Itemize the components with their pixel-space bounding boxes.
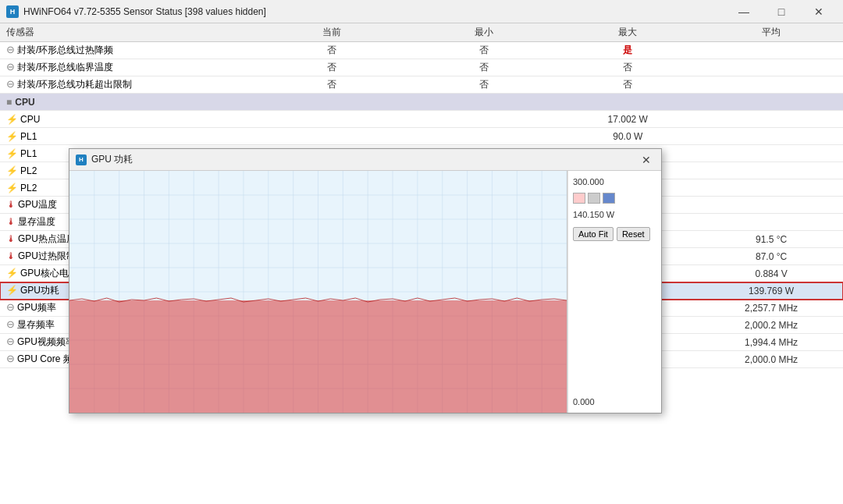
sensor-name: ⊖封装/环形总线功耗超出限制 bbox=[0, 76, 251, 94]
sensor-avg: 1,994.4 MHz bbox=[699, 334, 843, 351]
popup-title: GPU 功耗 bbox=[91, 153, 133, 166]
title-bar: H HWiNFO64 v7.72-5355 Sensor Status [398… bbox=[0, 0, 843, 23]
col-header-avg: 平均 bbox=[699, 23, 843, 42]
autofit-button[interactable]: Auto Fit bbox=[573, 227, 614, 241]
sensor-avg bbox=[699, 128, 843, 145]
sensor-avg: 2,257.7 MHz bbox=[699, 300, 843, 317]
col-header-sensor: 传感器 bbox=[0, 23, 251, 42]
popup-title-left: H GPU 功耗 bbox=[76, 153, 133, 166]
chart-max-label: 300.000 bbox=[573, 177, 656, 186]
title-bar-left: H HWiNFO64 v7.72-5355 Sensor Status [398… bbox=[6, 5, 266, 18]
sensor-min: 否 bbox=[412, 76, 556, 94]
svg-rect-30 bbox=[69, 300, 567, 413]
restore-button[interactable]: □ bbox=[763, 0, 799, 23]
popup-app-icon: H bbox=[76, 154, 87, 165]
sensor-min: 否 bbox=[412, 42, 556, 59]
sensor-avg bbox=[699, 197, 843, 214]
sensor-avg: 0.884 V bbox=[699, 265, 843, 282]
sensor-avg bbox=[699, 42, 843, 59]
sensor-name: ⊖封装/环形总线过热降频 bbox=[0, 42, 251, 59]
sensor-avg: 139.769 W bbox=[699, 282, 843, 300]
chart-area bbox=[69, 171, 567, 413]
col-header-min: 最小 bbox=[412, 23, 556, 42]
sensor-avg: 2,000.0 MHz bbox=[699, 351, 843, 368]
table-row: ⚡CPU17.002 W bbox=[0, 111, 843, 128]
sensor-current bbox=[251, 111, 413, 128]
sensor-min bbox=[412, 128, 556, 145]
chart-mid-label: 140.150 W bbox=[573, 210, 656, 219]
sensor-min: 否 bbox=[412, 59, 556, 76]
sensor-current: 否 bbox=[251, 59, 413, 76]
sensor-avg bbox=[699, 179, 843, 197]
window-controls: — □ ✕ bbox=[726, 0, 837, 23]
chart-btn-row: Auto Fit Reset bbox=[573, 227, 656, 241]
chart-svg bbox=[69, 171, 567, 413]
close-button[interactable]: ✕ bbox=[801, 0, 837, 23]
app-icon: H bbox=[6, 5, 19, 18]
popup-body: 300.000 140.150 W Auto Fit Reset 0.000 bbox=[69, 171, 661, 413]
sensor-name: ⚡CPU bbox=[0, 111, 251, 128]
reset-button[interactable]: Reset bbox=[617, 227, 650, 241]
sensor-name: ⚡PL1 bbox=[0, 128, 251, 145]
sensor-max: 否 bbox=[556, 59, 699, 76]
sensor-avg bbox=[699, 59, 843, 76]
sensor-avg: 87.0 °C bbox=[699, 248, 843, 265]
col-header-current: 当前 bbox=[251, 23, 413, 42]
sensor-avg bbox=[699, 214, 843, 231]
sensor-current: 否 bbox=[251, 42, 413, 59]
legend-pink bbox=[573, 193, 585, 204]
popup-title-bar: H GPU 功耗 ✕ bbox=[69, 149, 661, 171]
chart-legend-items bbox=[573, 193, 656, 204]
main-content: 传感器 当前 最小 最大 平均 ⊖封装/环形总线过热降频否否是⊖封装/环形总线临… bbox=[0, 23, 843, 504]
sensor-max: 是 bbox=[556, 42, 699, 59]
chart-right-panel: 300.000 140.150 W Auto Fit Reset 0.000 bbox=[567, 171, 661, 413]
sensor-avg bbox=[699, 162, 843, 179]
table-header-row: 传感器 当前 最小 最大 平均 bbox=[0, 23, 843, 42]
table-row: ⚡PL190.0 W bbox=[0, 128, 843, 145]
sensor-current: 否 bbox=[251, 76, 413, 94]
sensor-avg bbox=[699, 145, 843, 162]
sensor-max: 90.0 W bbox=[556, 128, 699, 145]
chart-zero-label: 0.000 bbox=[573, 397, 656, 406]
sensor-avg bbox=[699, 111, 843, 128]
table-row: ⊖封装/环形总线过热降频否否是 bbox=[0, 42, 843, 59]
sensor-avg: 91.5 °C bbox=[699, 231, 843, 248]
table-row: ⊖封装/环形总线功耗超出限制否否否 bbox=[0, 76, 843, 94]
sensor-min bbox=[412, 111, 556, 128]
minimize-button[interactable]: — bbox=[726, 0, 762, 23]
table-row: ■CPU bbox=[0, 94, 843, 111]
sensor-max: 17.002 W bbox=[556, 111, 699, 128]
col-header-max: 最大 bbox=[556, 23, 699, 42]
sensor-max: 否 bbox=[556, 76, 699, 94]
sensor-avg bbox=[699, 76, 843, 94]
gpu-power-popup: H GPU 功耗 ✕ bbox=[69, 148, 662, 413]
popup-close-button[interactable]: ✕ bbox=[638, 151, 655, 169]
legend-blue bbox=[603, 193, 615, 204]
legend-gray bbox=[588, 193, 600, 204]
sensor-name: ⊖封装/环形总线临界温度 bbox=[0, 59, 251, 76]
sensor-current bbox=[251, 128, 413, 145]
sensor-avg: 2,000.2 MHz bbox=[699, 317, 843, 334]
table-row: ⊖封装/环形总线临界温度否否否 bbox=[0, 59, 843, 76]
window-title: HWiNFO64 v7.72-5355 Sensor Status [398 v… bbox=[23, 6, 266, 17]
